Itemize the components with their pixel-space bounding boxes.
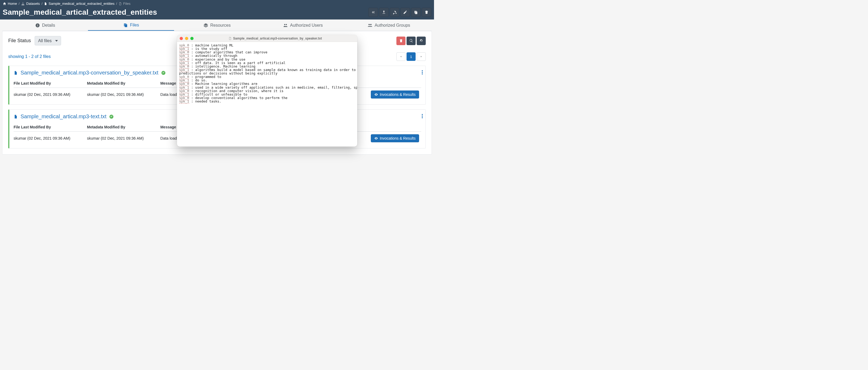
kebab-icon [422,114,423,118]
window-zoom-dot[interactable] [190,37,193,40]
file-status-label: File Status [8,38,31,44]
tab-authorized-users-label: Authorized Users [290,23,323,28]
breadcrumb-dataset[interactable]: Sample_medical_artical_extracted_entitie… [44,2,114,6]
search-icon [409,39,413,43]
sitemap-icon [21,2,25,6]
angle-double-left-icon [371,10,375,15]
pager-prev[interactable] [396,52,405,61]
window-title-text: Sample_medical_artical.mp3-conversation_… [233,36,322,40]
tab-authorized-groups-label: Authorized Groups [375,23,410,28]
file-icon [13,70,18,76]
tab-files-label: Files [130,23,139,28]
title-action-bar [368,8,431,17]
text-viewer-window: Sample_medical_artical.mp3-conversation_… [177,35,357,147]
pencil-icon [403,10,407,15]
tools-button[interactable] [390,8,399,17]
breadcrumb-current-label: Files [123,2,130,6]
copy-icon [123,23,128,28]
breadcrumb-sep: / [116,2,117,6]
caret-right-icon [420,55,423,58]
window-titlebar[interactable]: Sample_medical_artical.mp3-conversation_… [177,35,357,42]
tab-details-label: Details [42,23,55,28]
cell-file-modified: skumar (02 Dec, 2021 09:36 AM) [13,132,87,144]
eye-icon [374,136,378,140]
breadcrumb-sep: / [41,2,43,6]
trash-icon [399,39,403,43]
copy-icon [414,10,418,15]
invocations-results-label: Invocations & Results [380,136,415,140]
text-viewer-body: spk_0 : machine Learning MLspk_1 : is th… [177,42,357,105]
window-close-dot[interactable] [180,37,183,40]
file-outline-icon [228,36,232,40]
search-files-button[interactable] [407,36,415,45]
upload-button[interactable] [379,8,389,17]
showing-count: showing 1 - 2 of 2 files [8,54,51,59]
tab-resources[interactable]: Resources [174,20,260,30]
file-name-link[interactable]: Sample_medical_artical.mp3-conversation_… [21,70,158,76]
edit-button[interactable] [400,8,410,17]
tab-authorized-groups[interactable]: Authorized Groups [346,20,432,30]
breadcrumb-current: Files [119,2,130,6]
file-icon [13,114,18,119]
file-outline-icon [119,2,122,6]
cell-file-modified: skumar (02 Dec, 2021 09:36 AM) [13,88,87,101]
tab-authorized-users[interactable]: Authorized Users [260,20,346,30]
tab-resources-label: Resources [210,23,230,28]
breadcrumb-home-label: Home [8,2,17,6]
trash-icon [425,10,429,15]
invocations-results-button[interactable]: Invocations & Results [371,90,419,98]
refresh-files-button[interactable] [417,36,426,45]
breadcrumb-dataset-label: Sample_medical_artical_extracted_entitie… [49,2,114,6]
cell-meta-modified: skumar (02 Dec, 2021 09:36 AM) [87,132,160,144]
pager: 1 [396,52,426,61]
invocations-results-label: Invocations & Results [380,92,415,97]
caret-left-icon [400,55,402,58]
pager-next[interactable] [417,52,426,61]
groups-icon [368,23,372,28]
tab-details[interactable]: Details [2,20,88,30]
breadcrumb-home[interactable]: Home [3,2,17,6]
file-status-select[interactable]: All files [35,36,61,46]
collapse-button[interactable] [368,8,378,17]
pager-page-1[interactable]: 1 [407,52,415,61]
home-icon [3,2,6,6]
kebab-icon [422,70,423,75]
check-circle-icon [161,70,166,75]
refresh-icon [419,39,423,43]
cell-meta-modified: skumar (02 Dec, 2021 09:36 AM) [87,88,160,101]
tab-files[interactable]: Files [88,20,174,31]
window-minimize-dot[interactable] [185,37,188,40]
delete-files-button[interactable] [396,36,405,45]
file-menu-button[interactable] [422,114,423,119]
window-title: Sample_medical_artical.mp3-conversation_… [196,36,354,40]
invocations-results-button[interactable]: Invocations & Results [371,134,419,142]
col-meta-modified: Metadata Modified By [87,123,160,132]
users-icon [283,23,288,28]
col-file-modified: File Last Modified By [13,123,87,132]
file-name-link[interactable]: Sample_medical_artical.mp3-text.txt [21,113,106,120]
breadcrumb-datasets[interactable]: Datasets [21,2,40,6]
tab-bar: Details Files Resources Authorized Users… [2,20,432,31]
info-circle-icon [35,23,40,28]
col-meta-modified: Metadata Modified By [87,79,160,88]
file-menu-button[interactable] [422,70,423,76]
page-title: Sample_medical_artical_extracted_entitie… [3,8,157,17]
check-circle-icon [109,114,114,119]
breadcrumb: Home / Datasets / Sample_medical_artical… [3,2,431,6]
copy-button[interactable] [411,8,421,17]
upload-icon [382,10,386,15]
breadcrumb-sep: / [19,2,20,6]
delete-button[interactable] [422,8,431,17]
col-file-modified: File Last Modified By [13,79,87,88]
eye-icon [374,93,378,96]
layers-icon [204,23,208,28]
breadcrumb-datasets-label: Datasets [26,2,40,6]
file-icon [44,2,47,6]
tools-icon [393,10,397,15]
